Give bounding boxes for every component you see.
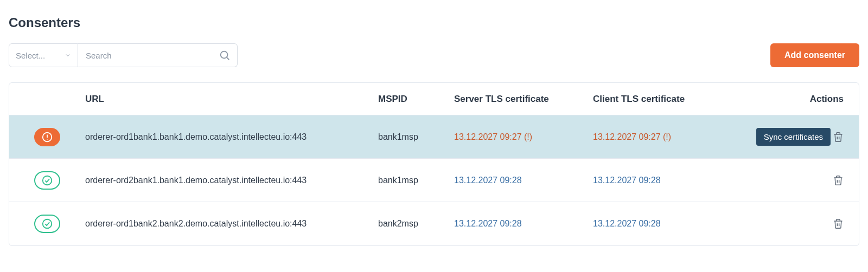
check-circle-icon (34, 171, 60, 190)
alert-icon (34, 128, 60, 146)
svg-point-5 (43, 176, 52, 185)
search-icon[interactable] (219, 49, 231, 61)
url-value: orderer-ord1bank1.bank1.demo.catalyst.in… (85, 132, 378, 142)
actions-cell: Sync certificates (745, 130, 844, 144)
actions-cell (745, 218, 844, 229)
url-value: orderer-ord2bank1.bank1.demo.catalyst.in… (85, 176, 378, 185)
chevron-down-icon (65, 52, 71, 59)
url-value: orderer-ord1bank2.bank2.demo.catalyst.in… (85, 219, 378, 229)
table-row: orderer-ord1bank1.bank1.demo.catalyst.in… (9, 115, 859, 159)
toolbar-left: Select... (9, 43, 238, 67)
col-mspid: MSPID (378, 94, 454, 105)
status-cell (9, 215, 85, 233)
actions-cell (745, 175, 844, 186)
mspid-value: bank1msp (378, 132, 454, 142)
delete-button[interactable] (833, 218, 844, 229)
delete-button[interactable] (833, 132, 844, 143)
check-circle-icon (34, 215, 60, 233)
search-input[interactable] (85, 50, 219, 61)
client-tls-value[interactable]: 13.12.2027 09:28 (593, 219, 745, 229)
server-tls-value[interactable]: 13.12.2027 09:27 (!) (454, 132, 593, 142)
table-header: URL MSPID Server TLS certificate Client … (9, 83, 859, 115)
add-consenter-button[interactable]: Add consenter (770, 43, 859, 67)
svg-line-1 (227, 57, 229, 60)
svg-point-0 (221, 51, 228, 59)
svg-point-6 (43, 219, 52, 229)
col-actions: Actions (745, 94, 844, 105)
filter-select[interactable]: Select... (9, 43, 78, 67)
consenters-table: URL MSPID Server TLS certificate Client … (9, 82, 859, 246)
server-tls-value[interactable]: 13.12.2027 09:28 (454, 219, 593, 229)
delete-button[interactable] (833, 175, 844, 186)
mspid-value: bank1msp (378, 176, 454, 185)
col-client-tls: Client TLS certificate (593, 94, 745, 105)
col-server-tls: Server TLS certificate (454, 94, 593, 105)
mspid-value: bank2msp (378, 219, 454, 229)
sync-tooltip: Sync certificates (756, 128, 831, 146)
col-url: URL (85, 94, 378, 105)
svg-point-4 (47, 139, 47, 139)
server-tls-value[interactable]: 13.12.2027 09:28 (454, 176, 593, 185)
search-box (78, 43, 238, 67)
client-tls-value[interactable]: 13.12.2027 09:28 (593, 176, 745, 185)
status-cell (9, 128, 85, 146)
filter-select-placeholder: Select... (16, 51, 45, 60)
page-title: Consenters (9, 15, 859, 30)
toolbar: Select... Add consenter (9, 43, 859, 67)
client-tls-value[interactable]: 13.12.2027 09:27 (!) (593, 132, 745, 142)
table-row: orderer-ord1bank2.bank2.demo.catalyst.in… (9, 202, 859, 245)
table-body: orderer-ord1bank1.bank1.demo.catalyst.in… (9, 115, 859, 245)
status-cell (9, 171, 85, 190)
table-row: orderer-ord2bank1.bank1.demo.catalyst.in… (9, 159, 859, 202)
